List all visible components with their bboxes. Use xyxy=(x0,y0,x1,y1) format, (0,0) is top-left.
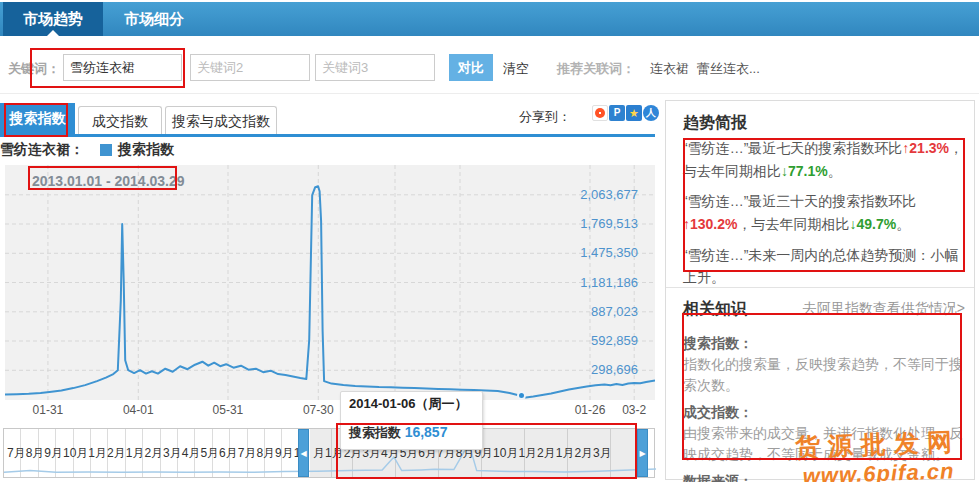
recommend-label: 推荐关联词： xyxy=(557,60,635,78)
tab-market-segment[interactable]: 市场细分 xyxy=(108,2,200,36)
brush-right-handle[interactable]: ▶ xyxy=(637,429,648,477)
renren-share-icon[interactable]: 人 xyxy=(643,105,659,121)
up-arrow-icon: ↑ xyxy=(683,216,690,232)
x-tick-label: 01-31 xyxy=(26,403,70,417)
x-tick-label: 05-31 xyxy=(206,403,250,417)
x-tick-label: 03-2 xyxy=(612,403,656,417)
x-tick-label: 01-26 xyxy=(568,403,612,417)
down-arrow-icon: ↓ xyxy=(781,163,788,179)
share-label: 分享到： xyxy=(519,108,571,126)
divider xyxy=(0,93,979,94)
y-tick-label: 1,475,350 xyxy=(558,245,638,260)
tab-underline xyxy=(0,134,655,137)
y-tick-label: 887,023 xyxy=(558,304,638,319)
time-range-brush[interactable]: 7月8月9月10月1月2月1月2月3月4月5月6月7月8月9月10月1月 月1月… xyxy=(3,428,655,478)
keyword-bar: 关键词： 对比 清空 推荐关联词： 连衣裙 蕾丝连衣... xyxy=(0,44,979,92)
legend-series-label: 搜索指数 xyxy=(118,141,174,159)
y-tick-label: 1,769,513 xyxy=(558,216,638,231)
chart-tooltip: 2014-01-06（周一） 搜索指数 16,857 xyxy=(340,391,483,450)
trend-brief-title: 趋势简报 xyxy=(683,113,747,134)
market-index-page: 市场趋势 市场细分 关键词： 对比 清空 推荐关联词： 连衣裙 蕾丝连衣... … xyxy=(0,0,979,482)
trend-chart[interactable]: 2013.01.01 - 2014.03.29 2,063,6771,769,5… xyxy=(5,165,655,400)
y-tick-label: 592,859 xyxy=(558,333,638,348)
y-tick-label: 298,696 xyxy=(558,362,638,377)
top-nav-bar: 市场趋势 市场细分 xyxy=(0,2,979,36)
clear-button[interactable]: 清空 xyxy=(503,60,529,78)
marked-data-point[interactable] xyxy=(517,391,526,400)
knowledge-title: 相关知识 xyxy=(683,299,747,320)
recommend-link-1[interactable]: 连衣裙 xyxy=(650,60,689,78)
keyword-input-1[interactable] xyxy=(63,54,182,81)
brush-months-left: 7月8月9月10月1月2月1月2月3月4月5月6月7月8月9月10月1月 xyxy=(7,445,299,462)
tooltip-value: 搜索指数 16,857 xyxy=(349,424,474,442)
active-tab-notch xyxy=(46,30,60,37)
compare-button[interactable]: 对比 xyxy=(449,54,493,81)
y-tick-label: 1,181,186 xyxy=(558,275,638,290)
knowledge-body: 搜索指数： 指数化的搜索量，反映搜索趋势，不等同于搜索次数。 成交指数： 由搜索… xyxy=(683,333,965,482)
pengyou-share-icon[interactable]: P xyxy=(609,105,625,121)
x-axis-labels: 01-3104-0105-3107-3009-2811-2701-2603-2 xyxy=(5,403,655,419)
trend-item-3: “雪纺连…”未来一周内的总体趋势预测：小幅上升。 xyxy=(683,244,965,289)
right-panel: 趋势简报 “雪纺连…”最近七天的搜索指数环比↑21.3%，与去年同期相比↓77.… xyxy=(665,100,975,480)
knowledge-desc: 由搜索带来的成交量，并进行指数化处理。反映成交趋势，不等同于成交量或成交金额。 xyxy=(683,423,965,465)
panel-divider xyxy=(666,287,974,288)
trend-item-2: “雪纺连…”最近三十天的搜索指数环比↑130.2%，与去年同期相比↓49.7%。 xyxy=(683,190,965,235)
x-tick-label: 07-30 xyxy=(296,403,340,417)
knowledge-term: 成交指数： xyxy=(683,402,965,423)
x-tick-label: 04-01 xyxy=(116,403,160,417)
trend-item-1: “雪纺连…”最近七天的搜索指数环比↑21.3%，与去年同期相比↓77.1%。 xyxy=(683,137,965,182)
tab-search-index[interactable]: 搜索指数 xyxy=(0,103,75,134)
chart-date-range: 2013.01.01 - 2014.03.29 xyxy=(32,173,185,189)
brush-left-handle[interactable]: ◀ xyxy=(298,429,309,477)
weibo-eye-icon xyxy=(595,108,605,118)
tooltip-date: 2014-01-06（周一） xyxy=(349,395,474,413)
keyword-input-3[interactable] xyxy=(315,54,435,81)
keyword-label: 关键词： xyxy=(8,60,60,78)
keyword-input-2[interactable] xyxy=(190,54,310,81)
tab-deal-index[interactable]: 成交指数 xyxy=(78,106,162,134)
qzone-star-icon[interactable]: ★ xyxy=(626,105,642,121)
weibo-share-icon[interactable] xyxy=(592,105,608,121)
trend-brief-body: “雪纺连…”最近七天的搜索指数环比↑21.3%，与去年同期相比↓77.1%。 “… xyxy=(683,137,965,320)
knowledge-term: 搜索指数： xyxy=(683,333,965,354)
y-tick-label: 2,063,677 xyxy=(558,187,638,202)
index-tabs: 搜索指数 成交指数 搜索与成交指数 分享到： P ★ 人 xyxy=(0,100,660,134)
knowledge-desc: 指数化的搜索量，反映搜索趋势，不等同于搜索次数。 xyxy=(683,354,965,396)
legend-keyword: 雪纺连衣裙： xyxy=(0,141,84,159)
knowledge-term: 数据来源： xyxy=(683,471,965,482)
legend-color-swatch xyxy=(100,144,112,156)
recommend-link-2[interactable]: 蕾丝连衣... xyxy=(697,60,760,78)
tab-search-deal-index[interactable]: 搜索与成交指数 xyxy=(165,106,277,134)
